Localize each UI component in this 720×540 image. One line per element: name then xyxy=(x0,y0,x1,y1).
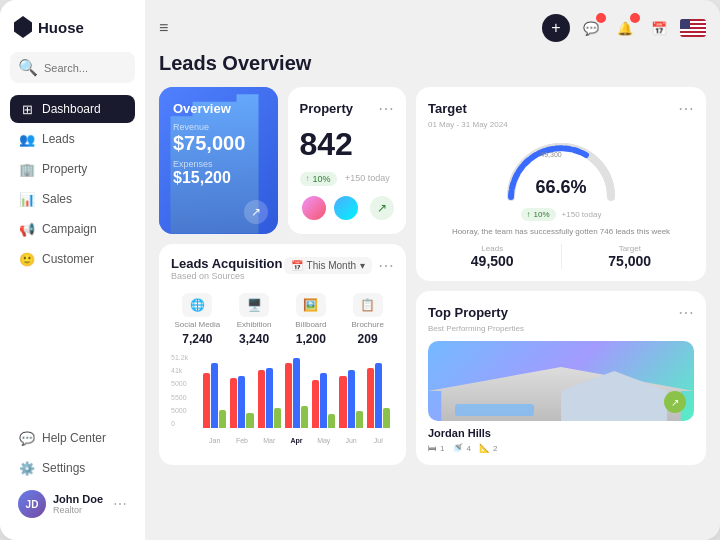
bed-icon: 🛏 xyxy=(428,443,437,453)
target-arrow-icon: ↑ xyxy=(527,210,531,219)
property-count: 842 xyxy=(300,126,395,163)
x-label-jan: Jan xyxy=(203,437,226,444)
calendar-button[interactable]: 📅 xyxy=(646,15,672,41)
logo-icon xyxy=(14,16,32,38)
x-label-mar: Mar xyxy=(258,437,281,444)
chart-bars xyxy=(199,354,394,428)
property-today: +150 today xyxy=(345,173,390,183)
overview-arrow-button[interactable]: ↗ xyxy=(244,200,268,224)
leads-title: Leads Acquisition xyxy=(171,256,282,271)
search-box[interactable]: 🔍 xyxy=(10,52,135,83)
top-bar: ≡ + 💬 🔔 📅 xyxy=(159,14,706,42)
search-input[interactable] xyxy=(44,62,127,74)
property-image-arrow-button[interactable]: ↗ xyxy=(664,391,686,413)
bar-red-jan xyxy=(203,373,210,428)
bar-group-may xyxy=(312,373,335,428)
logo: Huose xyxy=(10,16,135,38)
expenses-label: Expenses xyxy=(173,159,264,169)
campaign-icon: 📢 xyxy=(20,222,34,236)
x-label-feb: Feb xyxy=(230,437,253,444)
sidebar-item-sales[interactable]: 📊 Sales xyxy=(10,185,135,213)
bar-red-feb xyxy=(230,378,237,428)
bar-green-jun xyxy=(356,411,363,428)
chart-y-labels: 51.2k 41k 5000 5500 5000 0 xyxy=(171,354,199,428)
sidebar-item-property[interactable]: 🏢 Property xyxy=(10,155,135,183)
help-icon: 💬 xyxy=(20,431,34,445)
sidebar-item-help[interactable]: 💬 Help Center xyxy=(10,424,135,452)
overview-title: Overview xyxy=(173,101,264,116)
bar-group-apr xyxy=(285,358,308,428)
bar-blue-jun xyxy=(348,370,355,428)
bar-blue-apr xyxy=(293,358,300,428)
sidebar-item-campaign[interactable]: 📢 Campaign xyxy=(10,215,135,243)
top-row: Overview Revenue $75,000 Expenses $15,20… xyxy=(159,87,406,234)
leads-subtitle: Based on Sources xyxy=(171,271,282,281)
leads-filter-button[interactable]: 📅 This Month ▾ xyxy=(284,257,372,274)
sidebar-item-dashboard[interactable]: ⊞ Dashboard xyxy=(10,95,135,123)
add-button[interactable]: + xyxy=(542,14,570,42)
top-property-menu-icon[interactable]: ⋯ xyxy=(678,303,694,322)
sidebar-item-customer[interactable]: 🙂 Customer xyxy=(10,245,135,273)
stat-target: Target 75,000 xyxy=(566,244,695,269)
sales-icon: 📊 xyxy=(20,192,34,206)
sidebar-item-settings[interactable]: ⚙️ Settings xyxy=(10,454,135,482)
leads-icon: 👥 xyxy=(20,132,34,146)
property-card-header: Property ⋯ xyxy=(300,99,395,118)
leads-header: Leads Acquisition Based on Sources 📅 Thi… xyxy=(171,256,394,289)
top-property-title: Top Property xyxy=(428,305,508,320)
message-button[interactable]: 💬 xyxy=(578,15,604,41)
notification-button[interactable]: 🔔 xyxy=(612,15,638,41)
bar-green-may xyxy=(328,414,335,428)
sources-row: 🌐 Social Media 7,240 🖥️ Exhibition 3,240… xyxy=(171,293,394,346)
bar-blue-mar xyxy=(266,368,273,428)
target-header: Target ⋯ xyxy=(428,99,694,118)
language-button[interactable] xyxy=(680,19,706,37)
source-exhibition: 🖥️ Exhibition 3,240 xyxy=(228,293,281,346)
user-profile[interactable]: JD John Doe Realtor ⋯ xyxy=(10,484,135,524)
bath-icon: 🚿 xyxy=(452,443,463,453)
svg-text:49,300: 49,300 xyxy=(540,151,562,158)
expenses-value: $15,200 xyxy=(173,169,264,187)
revenue-value: $75,000 xyxy=(173,132,264,155)
property-badge: ↑ 10% xyxy=(300,172,337,186)
user-name: John Doe xyxy=(53,493,106,505)
customer-icon: 🙂 xyxy=(20,252,34,266)
avatar-1 xyxy=(300,194,328,222)
top-prop-header: Top Property ⋯ xyxy=(428,303,694,322)
bed-feature: 🛏 1 xyxy=(428,443,444,453)
leads-menu-icon[interactable]: ⋯ xyxy=(378,256,394,275)
top-property-subtitle: Best Performing Properties xyxy=(428,324,694,333)
bar-green-apr xyxy=(301,406,308,428)
target-note: Hooray, the team has successfully gotten… xyxy=(428,227,694,236)
bar-green-jan xyxy=(219,410,226,428)
bar-red-jun xyxy=(339,376,346,428)
bar-red-jul xyxy=(367,368,374,428)
target-title: Target xyxy=(428,101,467,116)
calendar-small-icon: 📅 xyxy=(291,260,303,271)
target-date: 01 May - 31 May 2024 xyxy=(428,120,694,129)
social-media-icon: 🌐 xyxy=(182,293,212,317)
x-label-jul: Jul xyxy=(367,437,390,444)
leads-card: Leads Acquisition Based on Sources 📅 Thi… xyxy=(159,244,406,466)
property-image xyxy=(428,341,694,421)
sidebar: Huose 🔍 ⊞ Dashboard 👥 Leads 🏢 Property 📊… xyxy=(0,0,145,540)
notification-badge xyxy=(630,13,640,23)
right-column: Target ⋯ 01 May - 31 May 2024 49,300 xyxy=(416,87,706,465)
dashboard-grid: Overview Revenue $75,000 Expenses $15,20… xyxy=(159,87,706,526)
bar-red-apr xyxy=(285,363,292,428)
property-icon: 🏢 xyxy=(20,162,34,176)
bar-blue-may xyxy=(320,373,327,428)
bar-group-jun xyxy=(339,370,362,428)
bar-green-mar xyxy=(274,408,281,428)
sidebar-item-leads[interactable]: 👥 Leads xyxy=(10,125,135,153)
target-badge-note: +150 today xyxy=(562,210,602,219)
bar-blue-jan xyxy=(211,363,218,428)
bar-blue-feb xyxy=(238,376,245,428)
property-menu-icon[interactable]: ⋯ xyxy=(378,99,394,118)
avatar-2 xyxy=(332,194,360,222)
property-card: Property ⋯ 842 ↑ 10% +150 today ↗ xyxy=(288,87,407,234)
property-arrow-button[interactable]: ↗ xyxy=(370,196,394,220)
hamburger-icon[interactable]: ≡ xyxy=(159,19,168,37)
target-menu-icon[interactable]: ⋯ xyxy=(678,99,694,118)
user-menu-icon[interactable]: ⋯ xyxy=(113,496,127,512)
